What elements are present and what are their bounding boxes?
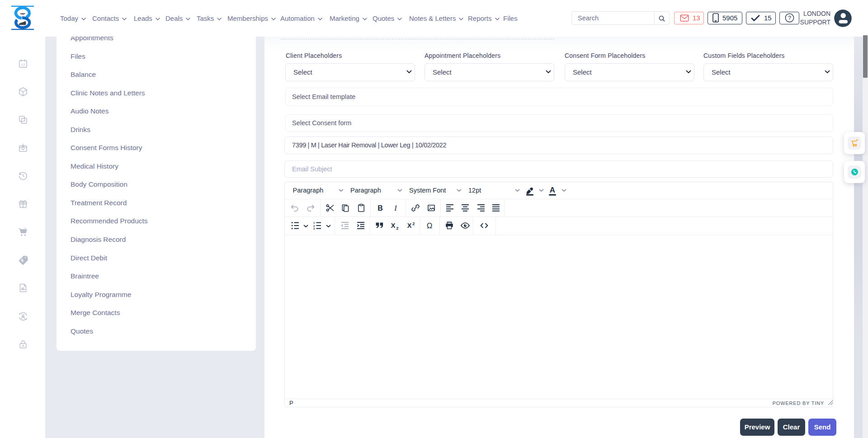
svg-text:2: 2 bbox=[412, 221, 415, 226]
svg-text:Ω: Ω bbox=[427, 221, 433, 230]
svg-text:B: B bbox=[377, 204, 383, 212]
svg-text:X: X bbox=[391, 222, 396, 229]
svg-text:2: 2 bbox=[313, 225, 315, 227]
svg-text:1: 1 bbox=[313, 221, 315, 224]
svg-text:?: ? bbox=[788, 15, 791, 21]
svg-text:X: X bbox=[407, 222, 411, 229]
svg-text:2: 2 bbox=[396, 226, 398, 230]
svg-text:A: A bbox=[550, 186, 555, 194]
svg-text:I: I bbox=[394, 204, 397, 212]
svg-text:3: 3 bbox=[313, 227, 315, 230]
svg-text:12: 12 bbox=[21, 63, 25, 67]
